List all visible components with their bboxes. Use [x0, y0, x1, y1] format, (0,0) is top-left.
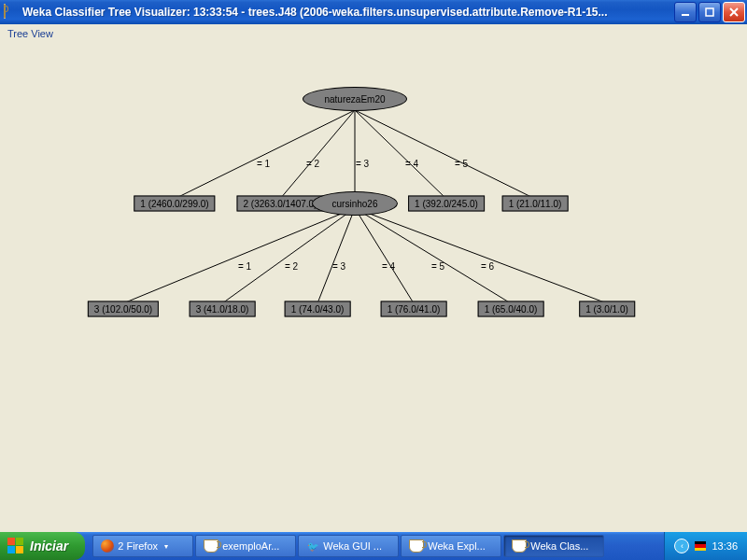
- edge-label: = 1: [238, 261, 251, 272]
- svg-line-10: [222, 208, 355, 303]
- app-icon: [4, 5, 19, 20]
- close-button[interactable]: [723, 2, 745, 22]
- edge-label: = 3: [356, 159, 369, 169]
- tree-node-cursinho[interactable]: cursinho26: [312, 191, 398, 216]
- dropdown-icon: ▾: [162, 542, 171, 551]
- taskbar-items: 2 Firefox ▾ exemploAr... 🐦 Weka GUI ... …: [85, 532, 664, 560]
- system-tray: ‹ 13:36: [664, 532, 747, 560]
- svg-line-8: [355, 110, 535, 199]
- task-label: Weka Clas...: [530, 540, 588, 552]
- window-controls: [674, 2, 745, 22]
- edge-label: = 2: [285, 261, 298, 272]
- tree-leaf[interactable]: 1 (65.0/40.0): [478, 301, 544, 317]
- edge-label: = 4: [405, 159, 418, 169]
- tree-node-root[interactable]: naturezaEm20: [303, 87, 407, 111]
- flag-icon[interactable]: [695, 541, 706, 551]
- tree-leaf[interactable]: 2 (3263.0/1407.0): [237, 196, 324, 212]
- tree-leaf[interactable]: 3 (41.0/18.0): [190, 301, 256, 317]
- tree-edges: [0, 43, 743, 547]
- start-label: Iniciar: [30, 539, 68, 553]
- taskbar: Iniciar 2 Firefox ▾ exemploAr... 🐦 Weka …: [0, 532, 747, 560]
- menu-tree-view[interactable]: Tree View: [0, 24, 747, 43]
- svg-line-9: [123, 208, 355, 303]
- taskbar-item-wekagui[interactable]: 🐦 Weka GUI ...: [298, 535, 399, 557]
- java-icon: [409, 539, 424, 553]
- taskbar-item-wekaclas[interactable]: Weka Clas...: [503, 535, 604, 557]
- task-label: exemploAr...: [222, 540, 279, 552]
- svg-line-12: [355, 208, 414, 303]
- tree-leaf[interactable]: 1 (21.0/11.0): [502, 196, 569, 212]
- weka-bird-icon: 🐦: [306, 539, 319, 553]
- task-label: 2 Firefox: [118, 540, 158, 552]
- svg-line-11: [317, 208, 355, 303]
- clock[interactable]: 13:36: [712, 540, 738, 552]
- tree-leaf[interactable]: 1 (2460.0/299.0): [134, 196, 215, 212]
- svg-line-5: [280, 110, 355, 199]
- windows-logo-icon: [7, 538, 24, 554]
- start-button[interactable]: Iniciar: [0, 532, 85, 560]
- svg-line-13: [355, 208, 511, 303]
- edge-label: = 3: [332, 261, 345, 272]
- firefox-icon: [101, 539, 114, 553]
- edge-label: = 2: [306, 159, 319, 169]
- edge-label: = 5: [431, 261, 444, 272]
- taskbar-item-firefox[interactable]: 2 Firefox ▾: [92, 535, 193, 557]
- tree-leaf[interactable]: 1 (76.0/41.0): [381, 301, 447, 317]
- tree-canvas[interactable]: naturezaEm20 = 1 = 2 = 3 = 4 = 5 1 (2460…: [0, 43, 743, 547]
- maximize-button[interactable]: [698, 2, 721, 22]
- task-label: Weka GUI ...: [323, 540, 382, 552]
- java-icon: [204, 539, 218, 553]
- edge-label: = 1: [257, 159, 270, 169]
- svg-line-7: [355, 110, 446, 199]
- tray-expand-icon[interactable]: ‹: [674, 539, 689, 553]
- edge-label: = 4: [382, 261, 395, 272]
- taskbar-item-wekaexpl[interactable]: Weka Expl...: [401, 535, 501, 557]
- tree-leaf[interactable]: 1 (74.0/43.0): [285, 301, 351, 317]
- window-title: Weka Classifier Tree Visualizer: 13:33:5…: [22, 6, 674, 19]
- java-icon: [512, 539, 527, 553]
- tree-leaf[interactable]: 1 (392.0/245.0): [408, 196, 485, 212]
- tree-leaf[interactable]: 3 (102.0/50.0): [88, 301, 159, 317]
- titlebar: Weka Classifier Tree Visualizer: 13:33:5…: [0, 0, 747, 24]
- taskbar-item-exemplo[interactable]: exemploAr...: [195, 535, 296, 557]
- task-label: Weka Expl...: [428, 540, 486, 552]
- svg-line-4: [175, 110, 355, 199]
- minimize-button[interactable]: [674, 2, 697, 22]
- svg-rect-1: [706, 8, 713, 16]
- edge-label: = 5: [455, 159, 468, 169]
- tree-leaf[interactable]: 1 (3.0/1.0): [579, 301, 635, 317]
- edge-label: = 6: [481, 261, 494, 272]
- svg-line-14: [355, 208, 607, 303]
